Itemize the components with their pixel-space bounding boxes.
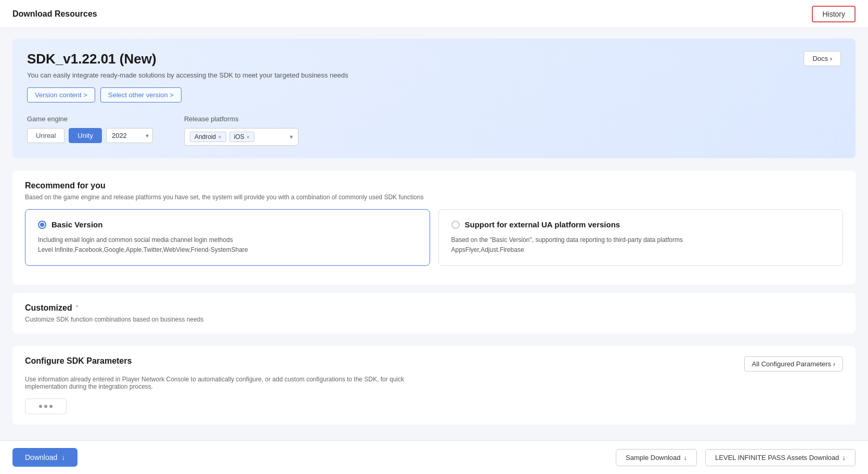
page-title: Download Resources bbox=[12, 9, 97, 19]
dot-3 bbox=[49, 405, 53, 408]
level-infinite-download-button[interactable]: LEVEL INFINITE PASS Assets Download ↓ bbox=[705, 449, 856, 466]
sample-download-label: Sample Download bbox=[626, 454, 681, 462]
platform-dropdown-arrow[interactable]: ▾ bbox=[290, 133, 293, 140]
configure-title-area: Configure SDK Parameters bbox=[25, 356, 132, 366]
version-content-button[interactable]: Version content > bbox=[27, 87, 95, 103]
customized-title: Customized bbox=[25, 303, 72, 313]
release-platforms-label: Release platforms bbox=[184, 115, 299, 123]
configure-section: Configure SDK Parameters All Configured … bbox=[12, 346, 856, 425]
history-button[interactable]: History bbox=[812, 6, 856, 22]
docs-button[interactable]: Docs › bbox=[804, 51, 841, 66]
select-version-button[interactable]: Select other version > bbox=[100, 87, 182, 103]
main-content: Docs › SDK_v1.22.01 (New) You can easily… bbox=[0, 28, 868, 474]
header: Download Resources History bbox=[0, 0, 868, 28]
recommend-title: Recommend for you bbox=[25, 181, 843, 190]
sdk-action-buttons: Version content > Select other version > bbox=[27, 87, 841, 103]
card-desc-2: Based on the "Basic Version", supporting… bbox=[451, 235, 831, 255]
config-row: Game engine Unreal Unity 2022 2021 2020 … bbox=[27, 115, 841, 146]
collapsed-indicator bbox=[25, 399, 843, 414]
sample-download-icon: ↓ bbox=[684, 454, 688, 462]
collapsed-dots bbox=[25, 399, 67, 414]
card-title-2: Support for external UA platform version… bbox=[465, 220, 620, 229]
unity-button[interactable]: Unity bbox=[69, 128, 102, 143]
download-button[interactable]: Download ↓ bbox=[12, 448, 77, 467]
ios-tag: iOS × bbox=[229, 132, 254, 142]
recommend-section: Recommend for you Based on the game engi… bbox=[12, 171, 856, 285]
version-select-wrapper: 2022 2021 2020 bbox=[106, 128, 153, 143]
configure-title: Configure SDK Parameters bbox=[25, 356, 132, 366]
level-download-icon: ↓ bbox=[843, 454, 846, 462]
ios-tag-close[interactable]: × bbox=[247, 134, 250, 140]
ua-platform-card[interactable]: Support for external UA platform version… bbox=[438, 209, 844, 266]
android-tag: Android × bbox=[190, 132, 226, 142]
dot-2 bbox=[44, 405, 47, 408]
sdk-banner: Docs › SDK_v1.22.01 (New) You can easily… bbox=[12, 39, 856, 158]
radio-2 bbox=[451, 221, 460, 229]
game-engine-label: Game engine bbox=[27, 115, 153, 123]
radio-inner-1 bbox=[40, 223, 44, 227]
all-configured-params-button[interactable]: All Configured Parameters › bbox=[744, 356, 843, 371]
release-platforms-group: Release platforms Android × iOS × ▾ bbox=[184, 115, 299, 146]
bottom-bar: Download ↓ Sample Download ↓ LEVEL INFIN… bbox=[0, 440, 868, 474]
sample-download-button[interactable]: Sample Download ↓ bbox=[616, 449, 697, 466]
engine-buttons: Unreal Unity 2022 2021 2020 bbox=[27, 128, 153, 143]
basic-version-card[interactable]: Basic Version Including email login and … bbox=[25, 209, 430, 266]
dot-1 bbox=[39, 405, 42, 408]
sdk-title: SDK_v1.22.01 (New) bbox=[27, 51, 841, 67]
configure-desc: Use information already entered in Playe… bbox=[25, 376, 441, 390]
download-icon: ↓ bbox=[61, 453, 65, 462]
customized-header[interactable]: Customized ˅ bbox=[25, 303, 843, 313]
customized-section: Customized ˅ Customize SDK function comb… bbox=[12, 293, 856, 334]
radio-1 bbox=[38, 221, 46, 229]
customized-desc: Customize SDK function combinations base… bbox=[25, 316, 843, 323]
card-title-1: Basic Version bbox=[51, 220, 102, 229]
card-desc-1: Including email login and common social … bbox=[38, 235, 417, 255]
game-engine-group: Game engine Unreal Unity 2022 2021 2020 bbox=[27, 115, 153, 143]
configure-header: Configure SDK Parameters All Configured … bbox=[25, 356, 843, 371]
recommend-cards: Basic Version Including email login and … bbox=[25, 209, 843, 266]
card-header-1: Basic Version bbox=[38, 220, 417, 229]
sdk-subtitle: You can easily integrate ready-made solu… bbox=[27, 71, 841, 79]
chevron-down-icon: ˅ bbox=[75, 304, 79, 312]
card-header-2: Support for external UA platform version… bbox=[451, 220, 831, 229]
android-tag-close[interactable]: × bbox=[218, 134, 221, 140]
version-select[interactable]: 2022 2021 2020 bbox=[106, 128, 153, 143]
level-download-label: LEVEL INFINITE PASS Assets Download bbox=[715, 454, 839, 462]
download-btn-label: Download bbox=[25, 453, 57, 462]
platform-select-area[interactable]: Android × iOS × ▾ bbox=[184, 128, 299, 146]
unreal-button[interactable]: Unreal bbox=[27, 128, 64, 143]
bottom-right-buttons: Sample Download ↓ LEVEL INFINITE PASS As… bbox=[616, 449, 856, 466]
recommend-subtitle: Based on the game engine and release pla… bbox=[25, 194, 843, 201]
